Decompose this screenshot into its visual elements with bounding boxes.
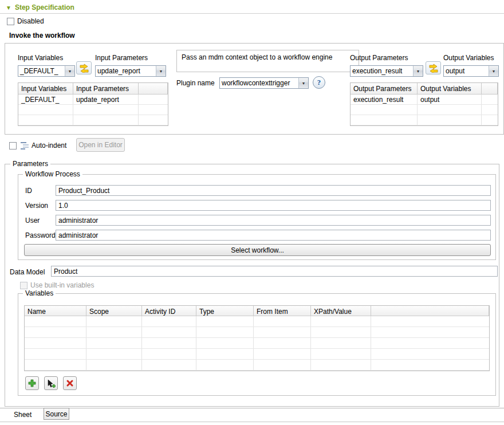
table-row[interactable]	[351, 105, 498, 115]
output-variables-label: Output Variables	[443, 54, 494, 62]
builtin-variables-checkbox[interactable]	[20, 282, 27, 289]
table-row[interactable]	[25, 360, 489, 371]
table-row[interactable]: execution_result output	[351, 95, 498, 105]
output-parameters-label: Output Parameters	[350, 54, 408, 62]
table-cell	[139, 95, 168, 104]
password-input[interactable]	[56, 230, 491, 241]
version-label: Version	[25, 202, 48, 210]
version-input[interactable]	[56, 200, 491, 211]
chevron-down-icon[interactable]: ▾	[65, 66, 74, 76]
parameters-legend: Parameters	[10, 160, 50, 168]
help-button[interactable]: ?	[313, 76, 325, 89]
bottom-divider	[0, 422, 504, 422]
workflow-process-panel: Workflow Process ID Version User Passwor…	[18, 174, 496, 260]
table-header-row: Name Scope Activity ID Type From Item XP…	[25, 306, 489, 316]
select-workflow-button[interactable]: Select workflow...	[24, 244, 491, 256]
data-model-label: Data Model	[10, 268, 45, 276]
table-row[interactable]	[18, 115, 168, 125]
id-input[interactable]	[56, 185, 491, 196]
table-cell: update_report	[73, 95, 139, 104]
chevron-down-icon[interactable]: ▾	[489, 66, 498, 76]
input-parameters-combo-value: update_report	[96, 66, 156, 76]
column-header: Output Variables	[418, 83, 482, 94]
password-label: Password	[25, 231, 56, 239]
column-header	[371, 306, 489, 316]
table-cell	[482, 115, 498, 125]
plugin-name-label: Plugin name	[176, 79, 215, 87]
tab-source-label: Source	[45, 410, 67, 418]
table-row[interactable]	[25, 349, 489, 360]
transfer-input-button[interactable]	[76, 61, 92, 74]
input-variables-combo[interactable]: _DEFAULT_ ▾	[18, 65, 75, 77]
plugin-description: Pass an mdm context object to a workflow…	[176, 50, 359, 72]
column-header: Scope	[86, 306, 142, 316]
insert-variable-button[interactable]	[44, 376, 58, 390]
table-cell	[418, 105, 482, 115]
chevron-down-icon[interactable]: ▾	[298, 78, 308, 88]
column-header: XPath/Value	[311, 306, 371, 316]
chevron-down-icon[interactable]: ▾	[413, 66, 423, 76]
column-header: Input Parameters	[73, 83, 139, 94]
table-row[interactable]	[25, 327, 489, 338]
column-header	[139, 83, 168, 94]
step-specification-view: ▼ Step Specification Disabled Invoke the…	[0, 0, 504, 425]
variables-legend: Variables	[23, 289, 56, 297]
section-title: Step Specification	[15, 3, 74, 11]
open-in-editor-button[interactable]: Open in Editor	[76, 138, 125, 152]
table-cell	[18, 115, 73, 125]
id-label: ID	[25, 187, 32, 195]
data-model-input[interactable]	[51, 266, 498, 277]
tab-source[interactable]: Source	[44, 408, 69, 420]
help-icon: ?	[317, 78, 321, 87]
disabled-checkbox-label: Disabled	[17, 17, 44, 25]
table-cell	[18, 105, 73, 115]
output-parameters-combo-value: execution_result	[351, 66, 413, 76]
output-variables-combo[interactable]: output ▾	[443, 65, 499, 77]
column-header: Input Variables	[18, 83, 73, 94]
table-cell: execution_result	[351, 95, 418, 104]
input-parameters-combo[interactable]: update_report ▾	[95, 65, 166, 77]
invoke-workflow-title: Invoke the workflow	[9, 32, 75, 40]
table-row[interactable]	[351, 115, 498, 125]
collapse-arrow-icon[interactable]: ▼	[6, 5, 11, 11]
disabled-checkbox[interactable]	[7, 18, 14, 25]
plugin-name-combo[interactable]: workflowcontexttrigger ▾	[219, 77, 309, 89]
table-header-row: Input Variables Input Parameters	[18, 83, 168, 95]
workflow-process-legend: Workflow Process	[23, 170, 82, 178]
column-header: Name	[25, 306, 86, 316]
tab-sheet[interactable]: Sheet	[14, 411, 32, 419]
auto-indent-checkbox[interactable]	[9, 142, 17, 149]
input-variables-combo-value: _DEFAULT_	[18, 66, 65, 76]
transfer-icon	[429, 64, 438, 73]
column-header: Type	[196, 306, 254, 316]
delete-variable-button[interactable]	[63, 376, 77, 390]
table-cell	[418, 115, 482, 125]
output-mapping-table: Output Parameters Output Variables execu…	[350, 82, 498, 126]
section-header: ▼ Step Specification	[6, 3, 74, 11]
column-header: Activity ID	[142, 306, 196, 316]
output-parameters-combo[interactable]: execution_result ▾	[350, 65, 423, 77]
table-row[interactable]: _DEFAULT_ update_report	[18, 95, 168, 105]
user-label: User	[25, 217, 40, 225]
table-cell: _DEFAULT_	[18, 95, 73, 104]
table-cell	[351, 115, 418, 125]
chevron-down-icon[interactable]: ▾	[156, 66, 166, 76]
header-divider	[0, 13, 504, 14]
table-row[interactable]	[18, 105, 168, 115]
input-variables-label: Input Variables	[18, 54, 63, 62]
table-cell	[482, 95, 498, 104]
table-cell	[139, 105, 168, 115]
user-input[interactable]	[56, 215, 491, 226]
table-cell	[139, 115, 168, 125]
add-variable-button[interactable]	[25, 376, 39, 390]
transfer-output-button[interactable]	[426, 61, 441, 74]
cursor-plus-icon	[47, 379, 56, 388]
transfer-icon	[80, 64, 89, 73]
table-row[interactable]	[25, 338, 489, 349]
variables-panel: Variables Name Scope Activity ID Type Fr…	[18, 293, 496, 396]
table-row[interactable]	[25, 316, 489, 327]
delete-icon	[66, 379, 74, 387]
auto-indent-label: Auto-indent	[32, 141, 66, 149]
auto-indent-icon	[20, 141, 29, 150]
table-cell: output	[418, 95, 482, 104]
